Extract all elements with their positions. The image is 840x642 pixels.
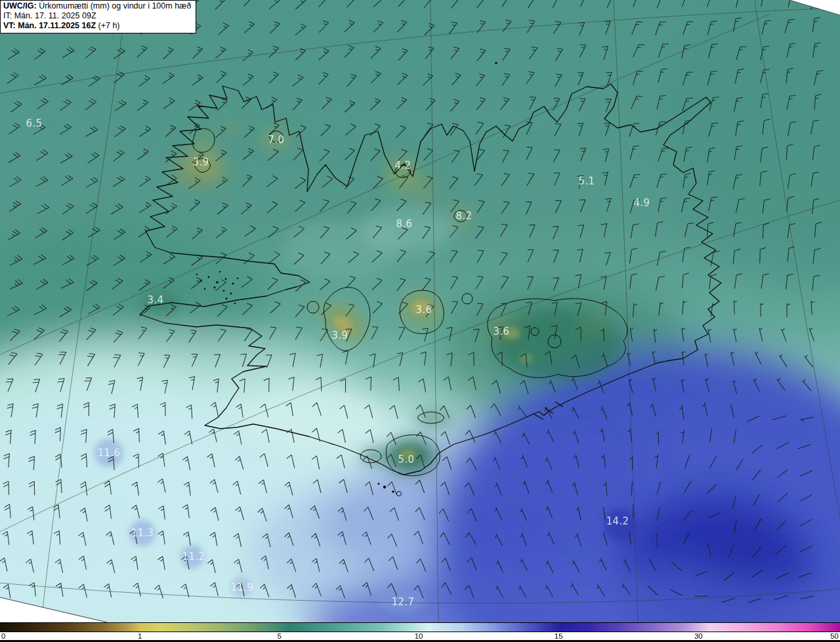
colorbar-tick: 30 [694,632,703,640]
colorbar-tick: 1 [138,632,142,640]
colorbar-ticks: 01510153050 [0,632,840,640]
colorbar-tick: 10 [415,632,423,640]
colorbar-tick: 15 [555,632,563,640]
valid-time: VT: Mán. 17.11.2025 16Z [3,21,96,30]
colorbar-tick: 0 [1,632,5,640]
colorbar-gradient [0,622,840,632]
valid-offset: (+7 h) [96,21,119,30]
colorbar-tick: 50 [830,632,839,640]
product-title: Úrkomumætti (mm) og vindur i 100m hæð [37,1,191,11]
title-line-valid-time: VT: Mán. 17.11.2025 16Z (+7 h) [3,21,191,31]
map-canvas [0,0,840,622]
colorbar-tick: 5 [277,632,281,640]
product-id: UWC/IG: [3,1,37,11]
title-line-init-time: IT: Mán. 17. 11. 2025 09Z [3,11,191,21]
colorbar: 01510153050 [0,622,840,642]
weather-map: 6.53.97.04.28.68.25.14.93.43.63.93.65.01… [0,0,840,622]
title-line-product: UWC/IG: Úrkomumætti (mm) og vindur i 100… [3,1,191,11]
title-box: UWC/IG: Úrkomumætti (mm) og vindur i 100… [0,0,196,33]
